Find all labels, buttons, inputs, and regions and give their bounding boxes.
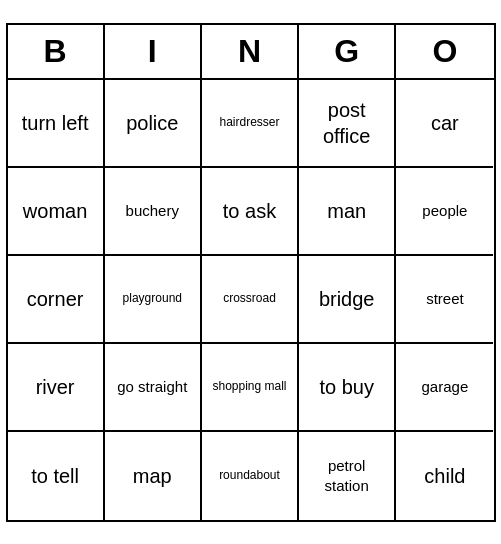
- bingo-cell-7: to ask: [202, 168, 299, 256]
- bingo-cell-24: child: [396, 432, 493, 520]
- bingo-cell-15: river: [8, 344, 105, 432]
- header-letter-g: G: [299, 25, 396, 78]
- bingo-cell-12: crossroad: [202, 256, 299, 344]
- header-letter-n: N: [202, 25, 299, 78]
- bingo-cell-1: police: [105, 80, 202, 168]
- bingo-cell-2: hairdresser: [202, 80, 299, 168]
- header-letter-i: I: [105, 25, 202, 78]
- bingo-cell-19: garage: [396, 344, 493, 432]
- bingo-cell-0: turn left: [8, 80, 105, 168]
- bingo-cell-9: people: [396, 168, 493, 256]
- bingo-cell-14: street: [396, 256, 493, 344]
- header-letter-b: B: [8, 25, 105, 78]
- bingo-cell-23: petrol station: [299, 432, 396, 520]
- bingo-cell-5: woman: [8, 168, 105, 256]
- bingo-cell-6: buchery: [105, 168, 202, 256]
- bingo-cell-17: shopping mall: [202, 344, 299, 432]
- bingo-cell-3: post office: [299, 80, 396, 168]
- bingo-cell-11: playground: [105, 256, 202, 344]
- bingo-cell-20: to tell: [8, 432, 105, 520]
- header-letter-o: O: [396, 25, 493, 78]
- bingo-cell-21: map: [105, 432, 202, 520]
- bingo-grid: turn leftpolicehairdresserpost officecar…: [8, 80, 494, 520]
- bingo-cell-10: corner: [8, 256, 105, 344]
- bingo-cell-22: roundabout: [202, 432, 299, 520]
- bingo-card: BINGO turn leftpolicehairdresserpost off…: [6, 23, 496, 522]
- bingo-cell-18: to buy: [299, 344, 396, 432]
- bingo-cell-13: bridge: [299, 256, 396, 344]
- bingo-cell-16: go straight: [105, 344, 202, 432]
- bingo-cell-4: car: [396, 80, 493, 168]
- bingo-header: BINGO: [8, 25, 494, 80]
- bingo-cell-8: man: [299, 168, 396, 256]
